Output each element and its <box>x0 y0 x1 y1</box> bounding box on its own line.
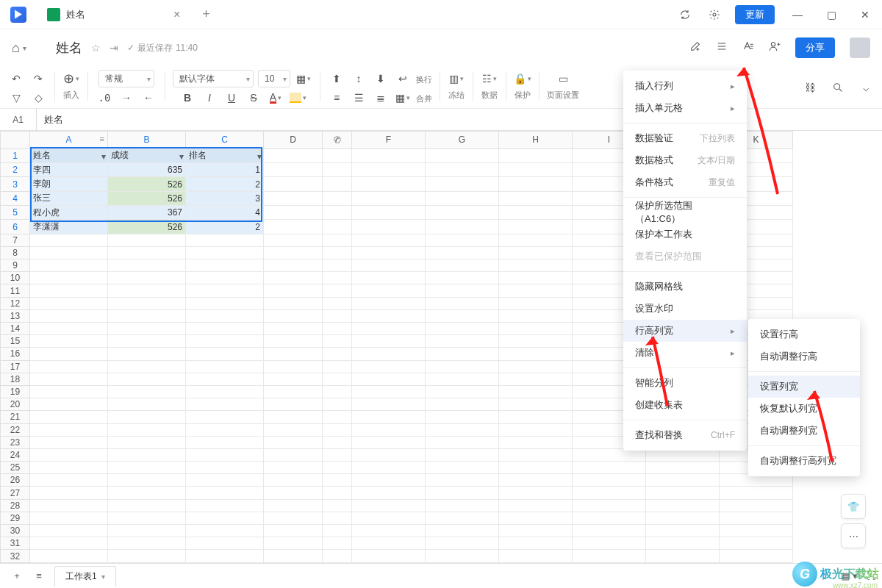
cell-F24[interactable] <box>352 448 426 461</box>
row-header-29[interactable]: 29 <box>1 512 30 524</box>
cell-E21[interactable] <box>323 411 352 423</box>
cell-E3[interactable] <box>323 177 352 191</box>
cell-D13[interactable] <box>264 309 323 322</box>
menu-auto-col-width[interactable]: 自动调整列宽 <box>748 420 860 442</box>
cell-H15[interactable] <box>499 335 573 348</box>
row-header-1[interactable]: 1 <box>1 148 30 162</box>
cell-D17[interactable] <box>264 360 323 373</box>
cell-G14[interactable] <box>426 323 499 335</box>
cell-H17[interactable] <box>499 360 573 373</box>
more-button[interactable]: ⋯ <box>841 523 866 548</box>
menu-data-validation[interactable]: 数据验证下拉列表 <box>623 127 747 149</box>
add-collaborator-icon[interactable] <box>769 40 781 56</box>
cell-I32[interactable] <box>573 550 646 563</box>
cell-F17[interactable] <box>352 360 426 373</box>
minimize-button[interactable]: — <box>781 0 814 29</box>
col-header-G[interactable]: G <box>426 132 499 149</box>
cell-D18[interactable] <box>264 373 323 385</box>
menu-auto-row-height[interactable]: 自动调整行高 <box>748 345 860 368</box>
cell-E15[interactable] <box>323 335 352 348</box>
cell-A1[interactable]: 姓名▾ <box>30 148 108 162</box>
cell-H22[interactable] <box>499 423 573 436</box>
cell-D31[interactable] <box>264 537 323 550</box>
cell-C16[interactable] <box>186 348 264 360</box>
cell-H2[interactable] <box>499 162 573 176</box>
cell-A19[interactable] <box>30 385 108 398</box>
row-header-24[interactable]: 24 <box>1 448 30 461</box>
cell-H31[interactable] <box>499 537 573 550</box>
cell-H18[interactable] <box>499 373 573 385</box>
cell-D1[interactable] <box>264 148 323 162</box>
cell-F32[interactable] <box>352 550 426 563</box>
cell-B7[interactable] <box>108 234 186 246</box>
row-header-18[interactable]: 18 <box>1 373 30 385</box>
cell-J25[interactable] <box>646 462 720 474</box>
cell-G24[interactable] <box>426 448 499 461</box>
cell-D19[interactable] <box>264 385 323 398</box>
cell-A22[interactable] <box>30 423 108 436</box>
cell-G1[interactable] <box>426 148 499 162</box>
cell-E1[interactable] <box>323 148 352 162</box>
settings-icon[interactable] <box>700 0 729 29</box>
cell-C28[interactable] <box>186 499 264 512</box>
cell-J28[interactable] <box>646 499 720 512</box>
cell-A27[interactable] <box>30 487 108 499</box>
cell-H14[interactable] <box>499 323 573 335</box>
cell-F8[interactable] <box>352 246 426 259</box>
cell-E6[interactable] <box>323 220 352 234</box>
cell-D29[interactable] <box>264 512 323 524</box>
cell-D28[interactable] <box>264 499 323 512</box>
cell-F27[interactable] <box>352 487 426 499</box>
row-header-16[interactable]: 16 <box>1 348 30 360</box>
cell-G28[interactable] <box>426 499 499 512</box>
cell-E4[interactable] <box>323 191 352 205</box>
row-header-14[interactable]: 14 <box>1 323 30 335</box>
cell-F10[interactable] <box>352 272 426 284</box>
menu-row-col-size[interactable]: 行高列宽 <box>623 320 747 342</box>
row-header-22[interactable]: 22 <box>1 423 30 436</box>
row-header-26[interactable]: 26 <box>1 474 30 487</box>
cell-A2[interactable]: 李四 <box>30 162 108 176</box>
cell-G4[interactable] <box>426 191 499 205</box>
cell-G15[interactable] <box>426 335 499 348</box>
cell-B30[interactable] <box>108 525 186 537</box>
row-header-3[interactable]: 3 <box>1 177 30 191</box>
page-setup-button[interactable]: ▭ <box>554 70 572 87</box>
cell-H16[interactable] <box>499 348 573 360</box>
cell-A8[interactable] <box>30 246 108 259</box>
cell-B10[interactable] <box>108 272 186 284</box>
cell-C18[interactable] <box>186 373 264 385</box>
cell-K27[interactable] <box>720 487 793 499</box>
cell-A28[interactable] <box>30 499 108 512</box>
cell-E9[interactable] <box>323 259 352 272</box>
menu-protect-sheet[interactable]: 保护本工作表 <box>623 223 747 245</box>
cell-E13[interactable] <box>323 309 352 322</box>
row-header-12[interactable]: 12 <box>1 297 30 309</box>
cell-G27[interactable] <box>426 487 499 499</box>
cell-J32[interactable] <box>646 550 720 563</box>
cell-A14[interactable] <box>30 323 108 335</box>
cell-F13[interactable] <box>352 309 426 322</box>
cell-B4[interactable]: 526 <box>108 191 186 205</box>
increase-decimal-icon[interactable]: ← <box>140 89 157 107</box>
italic-button[interactable]: I <box>201 89 218 107</box>
cell-C12[interactable] <box>186 297 264 309</box>
new-tab-button[interactable]: + <box>202 7 210 22</box>
cell-F19[interactable] <box>352 385 426 398</box>
cell-A16[interactable] <box>30 348 108 360</box>
col-header-H[interactable]: H <box>499 132 573 149</box>
cell-E31[interactable] <box>323 537 352 550</box>
cell-F29[interactable] <box>352 512 426 524</box>
cell-C1[interactable]: 排名▾ <box>186 148 264 162</box>
cell-H20[interactable] <box>499 398 573 411</box>
row-header-23[interactable]: 23 <box>1 436 30 448</box>
cell-H12[interactable] <box>499 297 573 309</box>
menu-protect-range[interactable]: 保护所选范围（A1:C6） <box>623 201 747 223</box>
cell-G10[interactable] <box>426 272 499 284</box>
cell-B12[interactable] <box>108 297 186 309</box>
cell-G29[interactable] <box>426 512 499 524</box>
update-button[interactable]: 更新 <box>735 5 775 24</box>
cell-H13[interactable] <box>499 309 573 322</box>
number-format-select[interactable]: 常规 <box>98 70 154 87</box>
row-header-5[interactable]: 5 <box>1 206 30 220</box>
